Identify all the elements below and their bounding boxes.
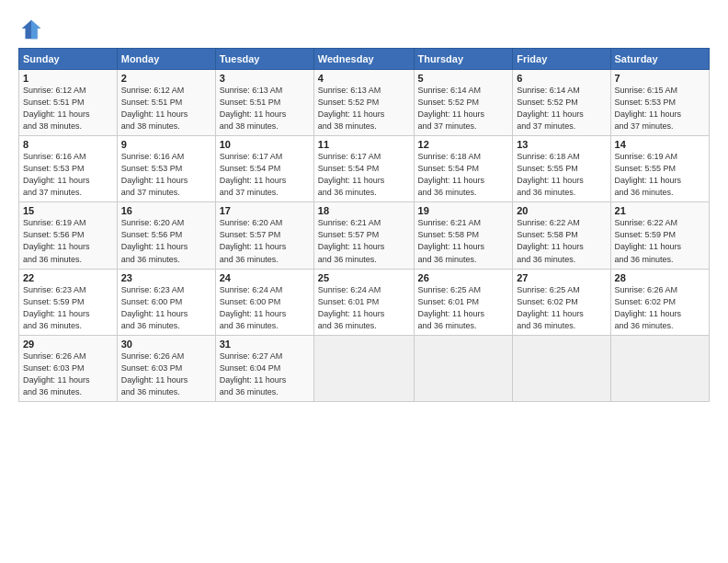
calendar-cell <box>610 335 709 401</box>
calendar-cell: 20Sunrise: 6:22 AMSunset: 5:58 PMDayligh… <box>513 202 610 269</box>
calendar-header-row: SundayMondayTuesdayWednesdayThursdayFrid… <box>19 49 710 70</box>
calendar-cell: 29Sunrise: 6:26 AMSunset: 6:03 PMDayligh… <box>19 335 118 401</box>
calendar-week-4: 22Sunrise: 6:23 AMSunset: 5:59 PMDayligh… <box>19 269 710 335</box>
day-info: Sunrise: 6:14 AMSunset: 5:52 PMDaylight:… <box>418 85 509 132</box>
calendar-header-sunday: Sunday <box>19 49 118 70</box>
day-number: 16 <box>121 205 211 216</box>
day-number: 22 <box>23 272 113 283</box>
day-number: 31 <box>220 339 310 350</box>
day-number: 1 <box>23 73 113 84</box>
calendar-cell: 7Sunrise: 6:15 AMSunset: 5:53 PMDaylight… <box>610 70 709 136</box>
calendar-week-5: 29Sunrise: 6:26 AMSunset: 6:03 PMDayligh… <box>19 335 710 401</box>
calendar-cell: 4Sunrise: 6:13 AMSunset: 5:52 PMDaylight… <box>313 70 414 136</box>
calendar-header-monday: Monday <box>117 49 215 70</box>
day-info: Sunrise: 6:13 AMSunset: 5:51 PMDaylight:… <box>220 85 310 132</box>
calendar-header-thursday: Thursday <box>414 49 513 70</box>
day-info: Sunrise: 6:18 AMSunset: 5:54 PMDaylight:… <box>418 151 509 199</box>
day-info: Sunrise: 6:23 AMSunset: 5:59 PMDaylight:… <box>23 284 113 332</box>
day-info: Sunrise: 6:23 AMSunset: 6:00 PMDaylight:… <box>121 284 211 332</box>
day-number: 15 <box>23 205 113 216</box>
day-number: 25 <box>318 272 410 283</box>
day-info: Sunrise: 6:21 AMSunset: 5:57 PMDaylight:… <box>318 217 410 265</box>
day-info: Sunrise: 6:24 AMSunset: 6:01 PMDaylight:… <box>318 284 410 332</box>
header <box>18 17 710 42</box>
day-number: 27 <box>517 272 606 283</box>
calendar-cell: 10Sunrise: 6:17 AMSunset: 5:54 PMDayligh… <box>215 136 313 202</box>
calendar-header-saturday: Saturday <box>610 49 709 70</box>
day-number: 6 <box>517 73 606 84</box>
calendar-cell: 11Sunrise: 6:17 AMSunset: 5:54 PMDayligh… <box>313 136 414 202</box>
calendar-header-wednesday: Wednesday <box>313 49 414 70</box>
page: SundayMondayTuesdayWednesdayThursdayFrid… <box>0 0 728 563</box>
calendar-cell: 27Sunrise: 6:25 AMSunset: 6:02 PMDayligh… <box>513 269 610 335</box>
day-info: Sunrise: 6:15 AMSunset: 5:53 PMDaylight:… <box>615 85 705 132</box>
calendar-cell: 9Sunrise: 6:16 AMSunset: 5:53 PMDaylight… <box>117 136 215 202</box>
day-info: Sunrise: 6:16 AMSunset: 5:53 PMDaylight:… <box>23 151 113 199</box>
calendar-cell <box>313 335 414 401</box>
day-info: Sunrise: 6:18 AMSunset: 5:55 PMDaylight:… <box>517 151 606 199</box>
day-info: Sunrise: 6:26 AMSunset: 6:02 PMDaylight:… <box>615 284 705 332</box>
calendar-week-2: 8Sunrise: 6:16 AMSunset: 5:53 PMDaylight… <box>19 136 710 202</box>
day-info: Sunrise: 6:21 AMSunset: 5:58 PMDaylight:… <box>418 217 509 265</box>
day-number: 11 <box>318 139 410 150</box>
day-info: Sunrise: 6:12 AMSunset: 5:51 PMDaylight:… <box>121 85 211 132</box>
day-number: 29 <box>23 339 113 350</box>
calendar-cell: 21Sunrise: 6:22 AMSunset: 5:59 PMDayligh… <box>610 202 709 269</box>
calendar-cell: 5Sunrise: 6:14 AMSunset: 5:52 PMDaylight… <box>414 70 513 136</box>
calendar-cell: 13Sunrise: 6:18 AMSunset: 5:55 PMDayligh… <box>513 136 610 202</box>
logo-icon <box>18 17 44 42</box>
calendar-cell: 15Sunrise: 6:19 AMSunset: 5:56 PMDayligh… <box>19 202 118 269</box>
day-number: 19 <box>418 205 509 216</box>
calendar-cell: 8Sunrise: 6:16 AMSunset: 5:53 PMDaylight… <box>19 136 118 202</box>
day-info: Sunrise: 6:27 AMSunset: 6:04 PMDaylight:… <box>220 350 310 398</box>
calendar-cell: 26Sunrise: 6:25 AMSunset: 6:01 PMDayligh… <box>414 269 513 335</box>
day-info: Sunrise: 6:13 AMSunset: 5:52 PMDaylight:… <box>318 85 410 132</box>
day-info: Sunrise: 6:25 AMSunset: 6:01 PMDaylight:… <box>418 284 509 332</box>
calendar-header-tuesday: Tuesday <box>215 49 313 70</box>
day-info: Sunrise: 6:22 AMSunset: 5:58 PMDaylight:… <box>517 217 606 265</box>
day-number: 20 <box>517 205 606 216</box>
day-info: Sunrise: 6:12 AMSunset: 5:51 PMDaylight:… <box>23 85 113 132</box>
day-info: Sunrise: 6:24 AMSunset: 6:00 PMDaylight:… <box>220 284 310 332</box>
calendar-week-3: 15Sunrise: 6:19 AMSunset: 5:56 PMDayligh… <box>19 202 710 269</box>
day-info: Sunrise: 6:26 AMSunset: 6:03 PMDaylight:… <box>23 350 113 398</box>
day-number: 30 <box>121 339 211 350</box>
calendar-cell: 16Sunrise: 6:20 AMSunset: 5:56 PMDayligh… <box>117 202 215 269</box>
day-info: Sunrise: 6:17 AMSunset: 5:54 PMDaylight:… <box>318 151 410 199</box>
calendar-cell: 17Sunrise: 6:20 AMSunset: 5:57 PMDayligh… <box>215 202 313 269</box>
day-info: Sunrise: 6:20 AMSunset: 5:57 PMDaylight:… <box>220 217 310 265</box>
day-number: 21 <box>615 205 705 216</box>
day-number: 14 <box>615 139 705 150</box>
day-info: Sunrise: 6:22 AMSunset: 5:59 PMDaylight:… <box>615 217 705 265</box>
calendar-header-friday: Friday <box>513 49 610 70</box>
calendar-cell: 28Sunrise: 6:26 AMSunset: 6:02 PMDayligh… <box>610 269 709 335</box>
day-info: Sunrise: 6:14 AMSunset: 5:52 PMDaylight:… <box>517 85 606 132</box>
calendar-cell: 6Sunrise: 6:14 AMSunset: 5:52 PMDaylight… <box>513 70 610 136</box>
calendar-cell: 1Sunrise: 6:12 AMSunset: 5:51 PMDaylight… <box>19 70 118 136</box>
calendar-week-1: 1Sunrise: 6:12 AMSunset: 5:51 PMDaylight… <box>19 70 710 136</box>
day-info: Sunrise: 6:19 AMSunset: 5:56 PMDaylight:… <box>23 217 113 265</box>
day-info: Sunrise: 6:20 AMSunset: 5:56 PMDaylight:… <box>121 217 211 265</box>
calendar-cell: 14Sunrise: 6:19 AMSunset: 5:55 PMDayligh… <box>610 136 709 202</box>
day-info: Sunrise: 6:17 AMSunset: 5:54 PMDaylight:… <box>220 151 310 199</box>
calendar-cell: 25Sunrise: 6:24 AMSunset: 6:01 PMDayligh… <box>313 269 414 335</box>
day-number: 2 <box>121 73 211 84</box>
day-number: 12 <box>418 139 509 150</box>
calendar-cell: 22Sunrise: 6:23 AMSunset: 5:59 PMDayligh… <box>19 269 118 335</box>
calendar: SundayMondayTuesdayWednesdayThursdayFrid… <box>18 48 710 402</box>
day-number: 10 <box>220 139 310 150</box>
day-info: Sunrise: 6:25 AMSunset: 6:02 PMDaylight:… <box>517 284 606 332</box>
day-number: 24 <box>220 272 310 283</box>
calendar-cell <box>513 335 610 401</box>
day-number: 9 <box>121 139 211 150</box>
day-number: 17 <box>220 205 310 216</box>
day-number: 4 <box>318 73 410 84</box>
calendar-cell: 2Sunrise: 6:12 AMSunset: 5:51 PMDaylight… <box>117 70 215 136</box>
logo <box>18 17 46 42</box>
calendar-cell <box>414 335 513 401</box>
calendar-cell: 30Sunrise: 6:26 AMSunset: 6:03 PMDayligh… <box>117 335 215 401</box>
calendar-cell: 3Sunrise: 6:13 AMSunset: 5:51 PMDaylight… <box>215 70 313 136</box>
calendar-cell: 12Sunrise: 6:18 AMSunset: 5:54 PMDayligh… <box>414 136 513 202</box>
day-number: 18 <box>318 205 410 216</box>
day-number: 13 <box>517 139 606 150</box>
